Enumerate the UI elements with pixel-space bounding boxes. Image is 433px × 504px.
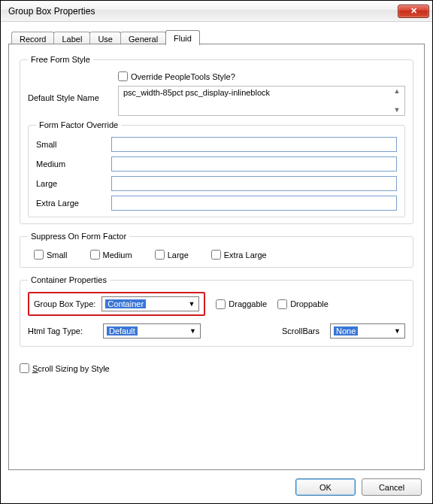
suppress-large-input[interactable] — [155, 250, 165, 260]
spin-up-icon[interactable]: ▲ — [391, 88, 403, 95]
default-style-label: Default Style Name — [28, 86, 118, 102]
scroll-sizing-input[interactable] — [20, 363, 29, 373]
ffo-medium-input[interactable] — [111, 156, 397, 172]
scrollbars-combo[interactable]: None ▼ — [330, 323, 405, 339]
tab-page-fluid: Free Form Style Override PeopleTools Sty… — [8, 44, 425, 470]
group-box-type-label: Group Box Type: — [34, 299, 95, 308]
override-peopletools-style-checkbox[interactable]: Override PeopleTools Style? — [118, 71, 235, 81]
suppress-small[interactable]: Small — [34, 250, 68, 260]
draggable-label: Draggable — [229, 299, 267, 308]
override-checkbox-input[interactable] — [118, 71, 128, 81]
title-bar: Group Box Properties ✕ — [1, 1, 432, 22]
spin-buttons[interactable]: ▲ ▼ — [391, 88, 403, 114]
ffo-small-input[interactable] — [111, 137, 397, 152]
fieldset-container-properties: Container Properties Group Box Type: Con… — [20, 275, 413, 347]
scrollbars-label: ScrollBars — [282, 326, 319, 335]
legend-container-properties: Container Properties — [28, 275, 110, 284]
legend-suppress: Suppress On Form Factor — [28, 232, 129, 241]
chevron-down-icon: ▼ — [392, 327, 403, 335]
chevron-down-icon: ▼ — [187, 327, 198, 335]
suppress-xlarge-input[interactable] — [211, 250, 221, 260]
ffo-large-label: Large — [36, 179, 111, 188]
suppress-small-label: Small — [47, 250, 68, 260]
fieldset-free-form-style: Free Form Style Override PeopleTools Sty… — [20, 55, 413, 224]
default-style-textbox[interactable]: psc_width-85pct psc_display-inlineblock … — [118, 86, 405, 116]
droppable-label: Droppable — [290, 299, 329, 308]
ffo-large-input[interactable] — [111, 176, 397, 191]
legend-form-factor-override: Form Factor Override — [36, 120, 121, 129]
suppress-large-label: Large — [168, 250, 189, 260]
scrollbars-value: None — [334, 326, 358, 335]
group-box-type-combo[interactable]: Container ▼ — [101, 296, 199, 311]
draggable-input[interactable] — [216, 299, 226, 309]
draggable-checkbox[interactable]: Draggable — [216, 299, 267, 309]
scroll-sizing-label: Scroll Sizing by Style — [32, 364, 110, 373]
suppress-xlarge[interactable]: Extra Large — [211, 250, 267, 260]
close-button[interactable]: ✕ — [398, 5, 429, 18]
suppress-small-input[interactable] — [34, 250, 44, 260]
override-checkbox-label: Override PeopleTools Style? — [131, 72, 235, 81]
tab-fluid[interactable]: Fluid — [165, 30, 200, 45]
tab-strip: Record Label Use General Fluid — [11, 28, 425, 44]
group-box-type-value: Container — [105, 299, 146, 308]
fieldset-form-factor-override: Form Factor Override Small Medium Large … — [28, 120, 405, 217]
suppress-medium[interactable]: Medium — [90, 250, 132, 260]
ok-button[interactable]: OK — [295, 478, 356, 496]
dialog-buttons: OK Cancel — [295, 478, 422, 496]
cancel-button[interactable]: Cancel — [362, 478, 422, 496]
ffo-medium-label: Medium — [36, 159, 111, 169]
html-tag-type-combo[interactable]: Default ▼ — [103, 323, 201, 339]
html-tag-type-value: Default — [107, 326, 138, 335]
client-area: Record Label Use General Fluid Free Form… — [1, 22, 432, 503]
suppress-medium-label: Medium — [103, 250, 132, 260]
ffo-small-label: Small — [36, 140, 111, 149]
group-box-type-highlight: Group Box Type: Container ▼ — [28, 292, 205, 316]
suppress-large[interactable]: Large — [155, 250, 189, 260]
html-tag-type-label: Html Tag Type: — [28, 326, 92, 335]
legend-free-form-style: Free Form Style — [28, 55, 93, 64]
suppress-medium-input[interactable] — [90, 250, 100, 260]
ffo-xlarge-input[interactable] — [111, 196, 397, 211]
chevron-down-icon: ▼ — [186, 300, 197, 308]
suppress-xlarge-label: Extra Large — [224, 250, 267, 260]
ffo-xlarge-label: Extra Large — [36, 199, 111, 208]
window-title: Group Box Properties — [8, 6, 398, 17]
fieldset-suppress: Suppress On Form Factor Small Medium Lar… — [20, 232, 413, 268]
scroll-sizing-checkbox[interactable]: Scroll Sizing by Style — [20, 363, 110, 373]
default-style-value: psc_width-85pct psc_display-inlineblock — [123, 88, 270, 97]
droppable-checkbox[interactable]: Droppable — [277, 299, 329, 309]
close-icon: ✕ — [410, 6, 417, 16]
spin-down-icon[interactable]: ▼ — [391, 107, 403, 114]
droppable-input[interactable] — [277, 299, 287, 309]
